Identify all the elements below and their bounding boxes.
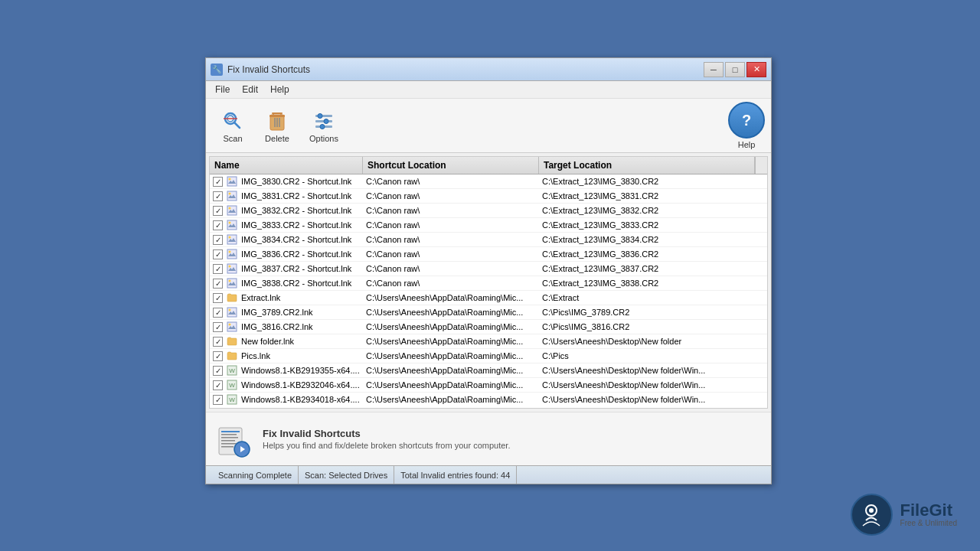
row-checkbox[interactable]: ✓: [213, 293, 223, 303]
table-row[interactable]: ✓ W Windows8.1-KB2932046-x64.... C:\User…: [210, 378, 767, 393]
row-target-cell: C:\Extract_123\IMG_3830.CR2: [539, 176, 767, 187]
row-target-cell: C:\Extract_123\IMG_3838.CR2: [539, 278, 767, 289]
table-row[interactable]: ✓ New folder.lnk C:\Users\Aneesh\AppData…: [210, 334, 767, 349]
menu-edit[interactable]: Edit: [236, 83, 264, 96]
row-checkbox[interactable]: ✓: [213, 220, 223, 230]
row-checkbox[interactable]: ✓: [213, 264, 223, 274]
row-checkbox[interactable]: ✓: [213, 235, 223, 245]
row-checkbox[interactable]: ✓: [213, 191, 223, 201]
filegit-name: FileGit: [900, 502, 957, 519]
table-row[interactable]: ✓ IMG_3838.CR2 - Shortcut.lnk C:\Canon r…: [210, 276, 767, 291]
svg-line-2: [234, 122, 240, 128]
svg-rect-39: [227, 279, 237, 288]
row-checkbox[interactable]: ✓: [213, 351, 223, 361]
row-name-cell: ✓ W Windows8.1-KB2934018-x64....: [210, 393, 363, 406]
file-icon: [226, 321, 238, 332]
svg-rect-27: [227, 220, 237, 230]
row-name-cell: ✓ IMG_3833.CR2 - Shortcut.lnk: [210, 219, 363, 231]
row-target-cell: C:\Users\Aneesh\Desktop\New folder\Win..…: [539, 365, 767, 376]
row-name-cell: ✓ IMG_3838.CR2 - Shortcut.lnk: [210, 277, 363, 289]
table-row[interactable]: ✓ W Windows8.1-KB2919355-x64.... C:\User…: [210, 364, 767, 378]
scan-icon: [220, 109, 245, 133]
scan-button[interactable]: Scan: [212, 105, 253, 147]
row-target-cell: C:\Extract_123\IMG_3833.CR2: [539, 220, 767, 230]
svg-rect-30: [227, 235, 237, 244]
row-checkbox[interactable]: ✓: [213, 206, 223, 216]
svg-rect-21: [227, 191, 237, 201]
row-checkbox[interactable]: ✓: [213, 308, 223, 318]
row-checkbox[interactable]: ✓: [213, 322, 223, 332]
row-checkbox[interactable]: ✓: [213, 249, 223, 259]
file-icon: W: [226, 380, 238, 390]
row-checkbox[interactable]: ✓: [213, 380, 223, 390]
svg-rect-33: [227, 249, 237, 259]
table-row[interactable]: ✓ Pics.lnk C:\Users\Aneesh\AppData\Roami…: [210, 349, 767, 364]
row-shortcut-cell: C:\Canon raw\: [363, 234, 539, 245]
col-header-name: Name: [210, 157, 363, 174]
status-bar: Scanning Complete Scan: Selected Drives …: [206, 465, 771, 484]
maximize-button[interactable]: □: [725, 62, 745, 77]
delete-icon: [265, 109, 289, 133]
row-name-cell: ✓ IMG_3832.CR2 - Shortcut.lnk: [210, 204, 363, 217]
row-target-cell: C:\Pics\IMG_3789.CR2: [539, 307, 767, 318]
svg-rect-60: [221, 440, 235, 442]
svg-rect-61: [221, 443, 237, 445]
table-row[interactable]: ✓ W Windows8.1-KB2934018-x64.... C:\User…: [210, 393, 767, 406]
file-icon: [226, 249, 238, 259]
table-row[interactable]: ✓ Extract.lnk C:\Users\Aneesh\AppData\Ro…: [210, 291, 767, 305]
table-row[interactable]: ✓ IMG_3831.CR2 - Shortcut.lnk C:\Canon r…: [210, 189, 767, 204]
table-row[interactable]: ✓ IMG_3836.CR2 - Shortcut.lnk C:\Canon r…: [210, 247, 767, 262]
row-checkbox[interactable]: ✓: [213, 395, 223, 405]
col-header-shortcut: Shortcut Location: [363, 157, 539, 174]
svg-point-38: [229, 266, 231, 268]
row-target-cell: C:\Extract_123\IMG_3836.CR2: [539, 249, 767, 259]
row-target-cell: C:\Users\Aneesh\Desktop\New folder\Win..…: [539, 380, 767, 390]
options-button[interactable]: Options: [301, 105, 347, 147]
row-checkbox[interactable]: ✓: [213, 177, 223, 187]
table-row[interactable]: ✓ IMG_3832.CR2 - Shortcut.lnk C:\Canon r…: [210, 204, 767, 218]
table-row[interactable]: ✓ IMG_3789.CR2.lnk C:\Users\Aneesh\AppDa…: [210, 305, 767, 320]
row-shortcut-cell: C:\Users\Aneesh\AppData\Roaming\Mic...: [363, 336, 539, 347]
table-row[interactable]: ✓ IMG_3830.CR2 - Shortcut.lnk C:\Canon r…: [210, 174, 767, 189]
status-scan-info: Scan: Selected Drives: [299, 466, 394, 484]
svg-rect-58: [221, 434, 237, 435]
close-button[interactable]: ✕: [746, 62, 766, 77]
row-name-text: IMG_3834.CR2 - Shortcut.lnk: [241, 235, 351, 244]
row-name-text: IMG_3830.CR2 - Shortcut.lnk: [241, 177, 351, 186]
menu-help[interactable]: Help: [264, 83, 296, 96]
table-row[interactable]: ✓ IMG_3837.CR2 - Shortcut.lnk C:\Canon r…: [210, 262, 767, 276]
row-name-text: IMG_3837.CR2 - Shortcut.lnk: [241, 264, 351, 273]
row-name-cell: ✓ IMG_3816.CR2.lnk: [210, 321, 363, 333]
row-checkbox[interactable]: ✓: [213, 279, 223, 289]
row-shortcut-cell: C:\Users\Aneesh\AppData\Roaming\Mic...: [363, 307, 539, 318]
svg-point-41: [229, 280, 231, 282]
row-target-cell: C:\Users\Aneesh\Desktop\New folder\Win..…: [539, 394, 767, 405]
row-shortcut-cell: C:\Canon raw\: [363, 220, 539, 230]
minimize-button[interactable]: ─: [704, 62, 724, 77]
title-bar-left: 🔧 Fix Invalid Shortcuts: [211, 64, 310, 76]
row-name-text: New folder.lnk: [241, 337, 294, 346]
svg-rect-59: [221, 437, 238, 439]
file-icon: [226, 220, 238, 230]
svg-rect-9: [270, 115, 285, 117]
svg-point-15: [318, 113, 322, 118]
delete-label: Delete: [265, 134, 289, 143]
delete-button[interactable]: Delete: [256, 105, 298, 147]
row-checkbox[interactable]: ✓: [213, 337, 223, 347]
row-name-cell: ✓ New folder.lnk: [210, 335, 363, 347]
row-checkbox[interactable]: ✓: [213, 366, 223, 376]
table-row[interactable]: ✓ IMG_3834.CR2 - Shortcut.lnk C:\Canon r…: [210, 233, 767, 247]
title-bar-controls: ─ □ ✕: [704, 62, 766, 77]
row-name-text: Windows8.1-KB2919355-x64....: [241, 366, 360, 375]
menu-file[interactable]: File: [209, 83, 236, 96]
options-icon: [312, 109, 336, 133]
table-row[interactable]: ✓ IMG_3816.CR2.lnk C:\Users\Aneesh\AppDa…: [210, 320, 767, 334]
list-body[interactable]: ✓ IMG_3830.CR2 - Shortcut.lnk C:\Canon r…: [210, 174, 767, 406]
help-button[interactable]: ?: [728, 102, 765, 139]
row-name-text: IMG_3832.CR2 - Shortcut.lnk: [241, 206, 351, 215]
table-row[interactable]: ✓ IMG_3833.CR2 - Shortcut.lnk C:\Canon r…: [210, 218, 767, 233]
file-icon: [226, 278, 238, 289]
help-wrapper: ? Help: [728, 102, 765, 149]
file-icon: [226, 263, 238, 274]
info-title: Fix Invalid Shortcuts: [263, 428, 510, 439]
